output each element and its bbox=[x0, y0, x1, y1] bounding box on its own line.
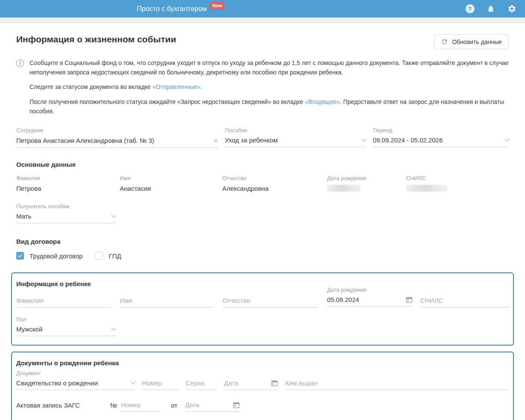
gpd-label: ГПД bbox=[109, 252, 121, 260]
chevron-down-icon[interactable] bbox=[111, 213, 116, 217]
document-number-field[interactable] bbox=[142, 379, 178, 390]
child-snils-field[interactable] bbox=[420, 297, 509, 308]
snils-redacted-value bbox=[406, 185, 447, 192]
gpd-checkbox[interactable]: ГПД bbox=[95, 252, 121, 260]
info-paragraph-2: Следите за статусом документа во вкладке… bbox=[29, 83, 509, 92]
child-info-section: Информация о ребенке Дата рождения bbox=[11, 272, 514, 346]
employment-contract-label: Трудовой договор bbox=[29, 252, 83, 260]
birthdate-label: Дата рождения bbox=[327, 175, 406, 181]
refresh-data-button[interactable]: Обновить данные bbox=[434, 34, 509, 49]
document-date-input[interactable] bbox=[224, 379, 271, 387]
info-notice: i Сообщите в Социальный фонд о том, что … bbox=[16, 59, 509, 116]
chevron-down-icon[interactable] bbox=[130, 379, 135, 384]
child-info-title: Информация о ребенке bbox=[16, 280, 509, 287]
zags-date-field[interactable] bbox=[185, 401, 240, 412]
middlename-value: Александровна bbox=[222, 185, 327, 192]
gender-select[interactable]: Мужской bbox=[16, 325, 115, 336]
top-bar: Просто с бухгалтером New ? bbox=[0, 0, 525, 18]
chevron-down-icon[interactable] bbox=[504, 136, 509, 141]
zags-number-field[interactable] bbox=[121, 401, 160, 412]
firstname-value: Анастасия bbox=[120, 185, 222, 192]
middlename-label: Отчество bbox=[222, 175, 327, 181]
gear-icon[interactable] bbox=[507, 4, 516, 14]
page-title: Информация о жизненном событии bbox=[16, 34, 176, 44]
child-lastname-input[interactable] bbox=[16, 297, 110, 304]
child-snils-input[interactable] bbox=[420, 297, 509, 304]
child-firstname-input[interactable] bbox=[120, 297, 213, 304]
snils-label: СНИЛС bbox=[406, 175, 509, 181]
zags-ot-label: от bbox=[171, 402, 177, 412]
child-birthdate-field[interactable] bbox=[327, 296, 413, 307]
benefit-label: Пособие bbox=[225, 127, 366, 133]
zags-number-input[interactable] bbox=[121, 401, 160, 408]
gender-value: Мужской bbox=[16, 325, 42, 333]
child-firstname-field[interactable] bbox=[120, 297, 213, 308]
sent-tab-link[interactable]: «Отправленные» bbox=[152, 83, 200, 90]
child-birthdate-label: Дата рождения bbox=[327, 287, 413, 293]
zags-record-label: Актовая запись ЗАГС bbox=[16, 402, 110, 412]
document-type-label: Документ bbox=[16, 370, 135, 376]
app-title-wrap: Просто с бухгалтером New bbox=[137, 0, 224, 18]
recipient-select[interactable]: Мать bbox=[16, 213, 115, 223]
refresh-icon bbox=[441, 38, 448, 45]
topbar-icons: ? bbox=[465, 4, 525, 14]
info-icon: i bbox=[16, 59, 24, 67]
employment-contract-checkbox[interactable]: Трудовой договор bbox=[16, 252, 83, 260]
refresh-button-label: Обновить данные bbox=[452, 38, 502, 45]
recipient-label: Получатель пособия bbox=[16, 203, 115, 210]
child-lastname-field[interactable] bbox=[16, 297, 110, 308]
document-type-select[interactable]: Свидетельство о рождении bbox=[16, 379, 135, 390]
main-data-section: Основные данные Фамилия Петрова Имя Анас… bbox=[16, 161, 509, 223]
document-issuedby-input[interactable] bbox=[285, 379, 509, 387]
inbox-tab-link[interactable]: «Входящие» bbox=[305, 98, 340, 105]
bell-icon[interactable] bbox=[486, 4, 496, 14]
period-value: 09.09.2024 - 05.02.2026 bbox=[373, 136, 442, 144]
header-divider bbox=[0, 18, 525, 23]
main-data-title: Основные данные bbox=[16, 161, 509, 168]
calendar-icon[interactable] bbox=[271, 380, 278, 387]
calendar-icon[interactable] bbox=[233, 402, 240, 408]
document-series-input[interactable] bbox=[186, 379, 217, 387]
help-icon[interactable]: ? bbox=[465, 4, 475, 14]
app-title: Просто с бухгалтером bbox=[137, 0, 207, 18]
zags-date-input[interactable] bbox=[185, 401, 233, 408]
document-series-field[interactable] bbox=[186, 379, 217, 390]
period-select[interactable]: 09.09.2024 - 05.02.2026 bbox=[373, 136, 509, 147]
lastname-value: Петрова bbox=[16, 185, 120, 192]
firstname-label: Имя bbox=[120, 175, 222, 181]
chevron-down-icon[interactable] bbox=[111, 325, 116, 330]
birthdate-redacted-value bbox=[327, 185, 360, 192]
lastname-label: Фамилия bbox=[16, 175, 120, 181]
employee-input[interactable] bbox=[16, 137, 213, 144]
new-badge: New bbox=[210, 2, 225, 9]
child-birthdate-input[interactable] bbox=[327, 296, 406, 303]
employee-label: Сотрудник bbox=[16, 127, 218, 133]
clear-icon[interactable]: × bbox=[213, 136, 218, 145]
contract-type-section: Вид договора Трудовой договор ГПД bbox=[16, 238, 509, 260]
contract-type-title: Вид договора bbox=[16, 238, 509, 245]
info-paragraph-3: После получения положительного статуса о… bbox=[29, 98, 509, 116]
chevron-down-icon[interactable] bbox=[362, 136, 366, 141]
calendar-icon[interactable] bbox=[406, 296, 413, 303]
benefit-value: Уход за ребенком bbox=[225, 136, 277, 144]
document-issuedby-field[interactable] bbox=[285, 379, 509, 390]
zags-number-sign: № bbox=[110, 402, 117, 412]
child-middlename-input[interactable] bbox=[222, 297, 318, 304]
document-date-field[interactable] bbox=[224, 379, 278, 390]
document-number-input[interactable] bbox=[142, 379, 178, 387]
info-paragraph-1: Сообщите в Социальный фонд о том, что со… bbox=[29, 59, 509, 77]
life-event-form: Информация о жизненном событии Обновить … bbox=[0, 23, 525, 420]
unchecked-checkbox-icon[interactable] bbox=[95, 252, 103, 260]
birth-documents-title: Документы о рождении ребенка bbox=[16, 359, 509, 367]
document-type-value: Свидетельство о рождении bbox=[16, 379, 98, 387]
benefit-select[interactable]: Уход за ребенком bbox=[225, 136, 366, 147]
birth-documents-section: Документы о рождении ребенка Документ Св… bbox=[11, 352, 514, 420]
period-label: Период bbox=[373, 127, 509, 133]
gender-label: Пол bbox=[16, 316, 115, 322]
employee-field[interactable]: × bbox=[16, 136, 218, 148]
recipient-value: Мать bbox=[16, 213, 31, 220]
checked-checkbox-icon[interactable] bbox=[16, 252, 24, 260]
child-middlename-field[interactable] bbox=[222, 297, 318, 308]
